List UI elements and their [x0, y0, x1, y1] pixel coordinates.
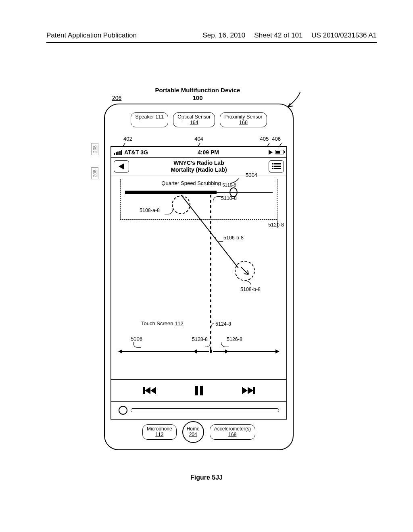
- touchscreen-label: Touch Screen 112: [141, 320, 184, 326]
- bar-icon: [253, 387, 255, 394]
- ref-406: 406: [272, 136, 281, 142]
- ref-5124-8: 5124-8: [215, 321, 231, 327]
- nav-bar: WNYC's Radio Lab Mortality (Radio Lab): [111, 158, 286, 175]
- ref-5120-leader: [277, 220, 278, 228]
- touchscreen[interactable]: AT&T 3G 4:09 PM WNYC's Radio Lab Mortali…: [111, 146, 287, 420]
- ref-404: 404: [194, 136, 203, 142]
- pause-bar-icon: [195, 386, 198, 395]
- ref-405: 405: [260, 136, 269, 142]
- home-button[interactable]: Home 204: [182, 421, 204, 443]
- device-bottom-row: Microphone 113 Home 204 Accelerometer(s)…: [105, 421, 293, 443]
- content-area: 5004 Quarter Speed Scrubbing 5116-8 5108…: [111, 175, 286, 379]
- status-bar: AT&T 3G 4:09 PM: [111, 147, 286, 158]
- vertical-dotted-path: [210, 195, 211, 356]
- ref-5128-8: 5128-8: [192, 337, 208, 342]
- carrier-label: AT&T 3G: [124, 149, 148, 156]
- doc-number: US 2010/0231536 A1: [311, 31, 377, 39]
- arrow-left-long-icon: [119, 351, 199, 352]
- ref-5006: 5006: [131, 336, 142, 342]
- status-refs: 402 404 405 406: [105, 136, 293, 142]
- ref-5116-8: 5116-8: [222, 183, 236, 187]
- horizontal-arrows: [119, 349, 279, 355]
- battery-icon: [275, 150, 284, 154]
- microphone-label: Microphone 113: [142, 424, 177, 440]
- ref-208-b: 208: [91, 167, 98, 179]
- play-indicator-icon: [269, 150, 273, 155]
- figure-title: Portable Multifunction Device: [93, 87, 302, 94]
- arrow-right-short-icon: [213, 351, 228, 352]
- signal-icon: [114, 150, 122, 155]
- pause-button[interactable]: [195, 386, 203, 395]
- optical-sensor-label: Optical Sensor 164: [173, 112, 215, 127]
- media-controls: [111, 379, 286, 402]
- scrubbing-label: Quarter Speed Scrubbing 5116-8: [111, 180, 286, 187]
- volume-knob[interactable]: [119, 406, 127, 415]
- arrow-left-short-icon: [194, 351, 209, 352]
- triangle-left-icon: [145, 387, 150, 394]
- figure-caption: Figure 5JJ: [0, 474, 413, 481]
- previous-button[interactable]: [143, 387, 156, 394]
- triangle-left-icon: [150, 387, 156, 394]
- device-ref-number: 100: [93, 94, 302, 101]
- back-button[interactable]: [114, 160, 129, 172]
- scrubber-remaining: [217, 192, 273, 193]
- volume-row: [111, 402, 286, 419]
- ref-206: 206: [112, 95, 121, 101]
- triangle-right-icon: [242, 387, 248, 394]
- touch-a-dashed-circle: [172, 195, 190, 214]
- ref-5106-b-8: 5106-b-8: [223, 235, 244, 241]
- clock: 4:09 PM: [198, 149, 219, 156]
- device-outline: 206 208 208 Speaker 111 Optical Sensor 1…: [104, 104, 294, 450]
- scrubber-track[interactable]: [125, 191, 273, 194]
- ref-5108-b-8: 5108-b-8: [240, 287, 261, 292]
- ref-208-a: 208: [91, 143, 98, 155]
- proximity-sensor-label: Proximity Sensor 166: [220, 112, 267, 127]
- ref-402: 402: [123, 136, 132, 142]
- scrubber-progress: [125, 191, 217, 194]
- volume-track[interactable]: [131, 408, 279, 412]
- speaker-label: Speaker 111: [131, 112, 168, 127]
- center-dot: [210, 349, 212, 353]
- ref-5006-hook: [133, 342, 141, 348]
- callout-arrow-icon: [281, 91, 305, 111]
- ref-5004: 5004: [246, 172, 257, 178]
- next-button[interactable]: [242, 387, 255, 394]
- accelerometer-label: Accelerometer(s) 168: [210, 424, 255, 440]
- publication-label: Patent Application Publication: [46, 31, 137, 39]
- pub-date: Sep. 16, 2010: [202, 31, 245, 39]
- figure: Portable Multifunction Device 100 206 20…: [93, 87, 302, 450]
- ref-5126-8: 5126-8: [227, 337, 242, 342]
- page-header: Patent Application Publication Sep. 16, …: [46, 31, 377, 39]
- arrowhead-in-circle-icon: [240, 266, 251, 277]
- triangle-right-icon: [248, 387, 253, 394]
- device-top-sensors: Speaker 111 Optical Sensor 164 Proximity…: [105, 112, 293, 127]
- ref-5120-8: 5120-8: [268, 222, 284, 228]
- nav-title: WNYC's Radio Lab Mortality (Radio Lab): [131, 160, 266, 173]
- ref-5126-hook: [221, 342, 229, 347]
- pause-bar-icon: [200, 386, 203, 395]
- ref-5110-8: 5110-8: [221, 195, 237, 201]
- list-icon: [272, 163, 281, 169]
- tracklist-button[interactable]: [269, 160, 284, 172]
- ref-5108-a-8: 5108-a-8: [140, 208, 160, 213]
- back-arrow-icon: [119, 163, 124, 170]
- sheet-label: Sheet 42 of 101: [254, 31, 302, 39]
- header-rule: [46, 42, 377, 43]
